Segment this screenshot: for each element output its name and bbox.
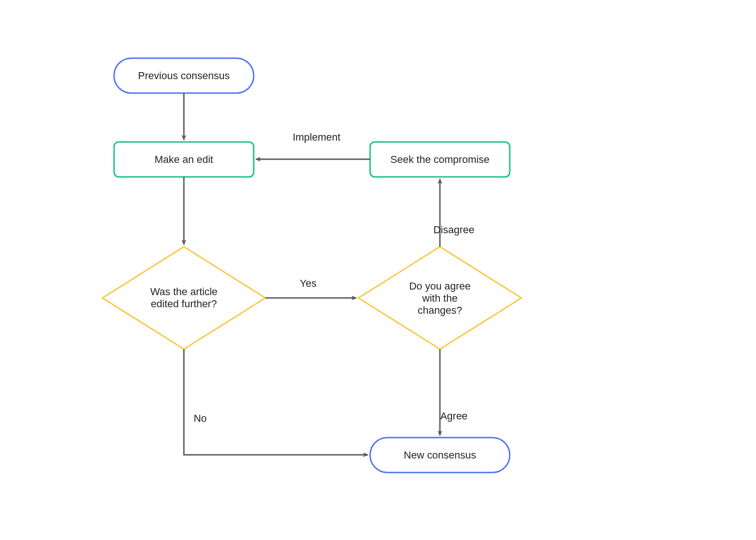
node-previous-consensus-label: Previous consensus	[138, 70, 230, 81]
node-previous-consensus: Previous consensus	[114, 58, 254, 93]
edge-seek-to-edit-label: Implement	[293, 131, 341, 143]
node-agree-changes-label-2: with the	[422, 292, 458, 304]
flowchart-canvas: Previous consensus Make an edit Seek the…	[0, 0, 756, 540]
edge-edited-yes: Yes	[265, 277, 356, 298]
node-seek-compromise-label: Seek the compromise	[391, 154, 490, 165]
node-make-edit-label: Make an edit	[155, 154, 213, 165]
edge-agree-disagree-label: Disagree	[433, 224, 474, 236]
node-edited-further-label-2: edited further?	[151, 298, 217, 310]
edge-seek-to-edit: Implement	[256, 131, 370, 159]
node-new-consensus: New consensus	[370, 438, 510, 472]
edge-agree-disagree: Disagree	[433, 179, 474, 247]
edge-agree-agree-label: Agree	[440, 410, 468, 422]
node-agree-changes: Do you agree with the changes?	[358, 247, 521, 349]
edge-edited-yes-label: Yes	[300, 277, 317, 289]
node-new-consensus-label: New consensus	[404, 449, 476, 461]
node-seek-compromise: Seek the compromise	[370, 142, 510, 177]
node-agree-changes-label-1: Do you agree	[409, 280, 471, 292]
node-agree-changes-label-3: changes?	[418, 304, 462, 316]
node-edited-further-label-1: Was the article	[150, 286, 218, 297]
node-edited-further: Was the article edited further?	[102, 247, 265, 349]
node-make-edit: Make an edit	[114, 142, 254, 177]
edge-edited-no-label: No	[194, 412, 207, 424]
edge-agree-agree: Agree	[440, 349, 467, 435]
edge-edited-no: No	[184, 349, 368, 455]
